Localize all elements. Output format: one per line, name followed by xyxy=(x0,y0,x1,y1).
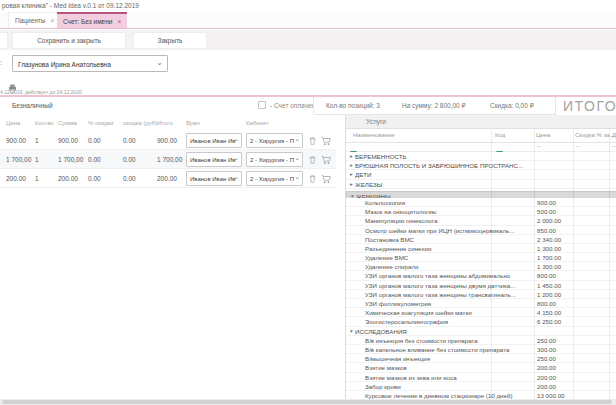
service-name: БЕРЕМЕННОСТЬ xyxy=(355,153,407,160)
col-price: Цена xyxy=(6,120,20,126)
chevron-down-icon: ⌄ xyxy=(156,58,163,67)
service-tree-row[interactable]: ▸БРЮШНАЯ ПОЛОСТЬ И ЗАБРЮШИННОЕ ПРОСТРАНС… xyxy=(346,161,616,170)
tab-patients[interactable]: Пациенты × xyxy=(8,12,61,28)
service-tree-row[interactable]: Курсовое лечение в дневном стационаре (1… xyxy=(346,391,616,399)
service-price: 200.00 xyxy=(537,363,556,372)
tab-close-icon[interactable]: × xyxy=(117,18,121,25)
col-discount-rub: скидка (руб) xyxy=(123,120,157,126)
toolbar: Сохранить и закрыть Закрыть xyxy=(0,30,616,50)
service-name: ИССЛЕДОВАНИЯ xyxy=(355,328,407,335)
patient-select-value: Глазунова Ирина Анатольевна xyxy=(18,61,111,68)
col-code: Код xyxy=(495,132,505,138)
invoice-row[interactable]: 200.00 1 200.00 0.00 0.00 200.00 Иванов … xyxy=(0,169,336,188)
service-tree-row[interactable]: ▸ДЕТИ xyxy=(346,170,616,179)
service-tree-row[interactable]: ▾ИССЛЕДОВАНИЯ xyxy=(346,327,616,336)
service-tree-row[interactable]: Взятие мазков из зева или носа 200.00 xyxy=(346,373,616,382)
service-name: ДЕТИ xyxy=(355,171,372,178)
service-tree-row[interactable]: Химическая коагуляция шейки матки 4 150.… xyxy=(346,308,616,317)
cell-discount-rub: 0.00 xyxy=(123,156,136,163)
service-tree-row[interactable]: УЗИ органов малого таза женщины абдомина… xyxy=(346,271,616,280)
service-tree-row[interactable]: УЗИ фолликулометрия 800.00 xyxy=(346,299,616,308)
service-name: В/в инъекция без стоимости препарата xyxy=(365,337,478,344)
tree-expander-icon[interactable]: ▸ xyxy=(348,170,355,179)
window-title: ровая клиника" - Med Idea v.0.1 от 09.12… xyxy=(2,2,139,9)
filter-price-placeholder[interactable]: – xyxy=(537,143,540,149)
services-filter-row[interactable]: – – – xyxy=(346,143,616,152)
tree-expander-icon[interactable]: ▸ xyxy=(348,180,355,189)
cabinet-select[interactable]: 2 - Хирургия - П ⌄ xyxy=(246,171,303,186)
doctor-select[interactable]: Иванов Иван Ив ⌄ xyxy=(186,152,242,167)
service-tree-row[interactable]: В/в инъекция без стоимости препарата 250… xyxy=(346,336,616,345)
service-tree-row[interactable]: Взятие мазков 200.00 xyxy=(346,363,616,372)
invoice-row[interactable]: 900.00 1 900.00 0.00 0.00 900.00 Иванов … xyxy=(0,131,336,150)
tree-expander-icon[interactable]: ▸ xyxy=(348,152,355,161)
col-discount-pct: % скидки xyxy=(88,120,113,126)
invoice-grid: Цена Кол-во Сумма % скидки скидка (руб) … xyxy=(0,115,336,399)
service-tree-row[interactable]: Разъединение синехии 1 300.00 xyxy=(346,244,616,253)
service-tree-row[interactable]: УЗИ органов малого таза женщины трансваг… xyxy=(346,290,616,299)
positions-count: Кол-во позиций: 3 xyxy=(326,102,380,109)
doctor-select-value: Иванов Иван Ив xyxy=(190,138,236,144)
delete-row-icon[interactable] xyxy=(306,173,318,185)
tree-expander-icon[interactable]: ▾ xyxy=(348,327,355,336)
invoice-row[interactable]: 1 700,00 1 1 700,00 0.00 0.00 1 700,00 И… xyxy=(0,150,336,169)
service-tree-row[interactable]: Осмотр шейки матки при ИЦН (истмикоцерви… xyxy=(346,226,616,235)
service-tree-row[interactable]: Постановка ВМС 2 340.00 xyxy=(346,235,616,244)
tab-close-icon[interactable]: × xyxy=(51,17,55,24)
cell-sum: 200.00 xyxy=(58,175,78,182)
service-name: Взятие мазков из зева или носа xyxy=(365,374,457,381)
save-and-close-button[interactable]: Сохранить и закрыть xyxy=(12,32,126,49)
tab-invoice[interactable]: Счет: Без имени × xyxy=(57,12,127,28)
horizontal-scrollbar[interactable] xyxy=(0,399,616,405)
service-tree-row[interactable]: УЗИ органов малого таза женщины двумя да… xyxy=(346,281,616,290)
service-tree-row[interactable]: Манипуляции гинеколога 2 000.00 xyxy=(346,216,616,225)
service-tree-row[interactable]: В/мышечная инъекция 250.00 xyxy=(346,354,616,363)
patient-select[interactable]: Глазунова Ирина Анатольевна ⌄ xyxy=(12,55,168,72)
col-service-price: Цена xyxy=(536,132,550,138)
cart-icon[interactable] xyxy=(320,173,332,185)
cell-price: 200.00 xyxy=(6,175,26,182)
doctor-select[interactable]: Иванов Иван Ив ⌄ xyxy=(186,171,242,186)
grand-total-label: ИТОГО xyxy=(563,98,616,114)
cell-total: 900.00 xyxy=(157,137,177,144)
close-button[interactable]: Закрыть xyxy=(133,32,207,49)
cart-icon[interactable] xyxy=(320,135,332,147)
service-tree-row[interactable]: Эхогистеросальпингография 6 250.00 xyxy=(346,317,616,326)
tab-invoice-label: Счет: Без имени xyxy=(63,18,112,25)
column-divider xyxy=(573,129,574,399)
cell-discount-pct: 0.00 xyxy=(88,156,101,163)
chevron-down-icon: ⌄ xyxy=(233,135,239,143)
service-name: УЗИ органов малого таза женщины двумя да… xyxy=(365,282,515,289)
partial-button[interactable] xyxy=(0,32,8,49)
tree-expander-icon[interactable]: ▸ xyxy=(348,161,355,170)
service-price: 300.00 xyxy=(537,345,556,354)
filter-discount-placeholder[interactable]: – xyxy=(576,143,579,149)
cabinet-select-value: 2 - Хирургия - П xyxy=(250,138,294,144)
service-tree-row[interactable]: ▸ЖЕЛЕЗЫ xyxy=(346,180,616,189)
filter-d-placeholder[interactable]: – xyxy=(612,143,615,149)
service-tree-row[interactable]: Забор крови 200.00 xyxy=(346,382,616,391)
service-tree-row[interactable]: Мазок на онкоцитологию 500.00 xyxy=(346,207,616,216)
invoice-paid-checkbox[interactable] xyxy=(258,101,266,109)
cell-discount-rub: 0.00 xyxy=(123,137,136,144)
delete-row-icon[interactable] xyxy=(306,154,318,166)
cart-icon[interactable] xyxy=(320,154,332,166)
title-bar: ровая клиника" - Med Idea v.0.1 от 09.12… xyxy=(0,0,616,12)
service-tree-row[interactable]: Удаление спирали 1 300.00 xyxy=(346,262,616,271)
service-tree-row[interactable]: ▸БЕРЕМЕННОСТЬ xyxy=(346,152,616,161)
doctor-select[interactable]: Иванов Иван Ив ⌄ xyxy=(186,133,242,148)
service-tree-row[interactable]: Кольпоскопия 900.00 xyxy=(346,198,616,207)
cabinet-select-value: 2 - Хирургия - П xyxy=(250,157,294,163)
delete-row-icon[interactable] xyxy=(306,135,318,147)
service-price: 250.00 xyxy=(537,336,556,345)
service-price: 900.00 xyxy=(537,198,556,207)
service-tree-row[interactable]: Удаление ВМС 1 700.00 xyxy=(346,253,616,262)
cabinet-select[interactable]: 2 - Хирургия - П ⌄ xyxy=(246,152,303,167)
cabinet-select[interactable]: 2 - Хирургия - П ⌄ xyxy=(246,133,303,148)
scrollbar-thumb[interactable] xyxy=(2,400,612,404)
service-name: В/мышечная инъекция xyxy=(365,355,430,362)
cell-price: 900.00 xyxy=(6,137,26,144)
cell-discount-pct: 0.00 xyxy=(88,175,101,182)
col-partial: Д xyxy=(612,132,616,138)
service-tree-row[interactable]: В/в капельное вливание без стоимости пре… xyxy=(346,345,616,354)
